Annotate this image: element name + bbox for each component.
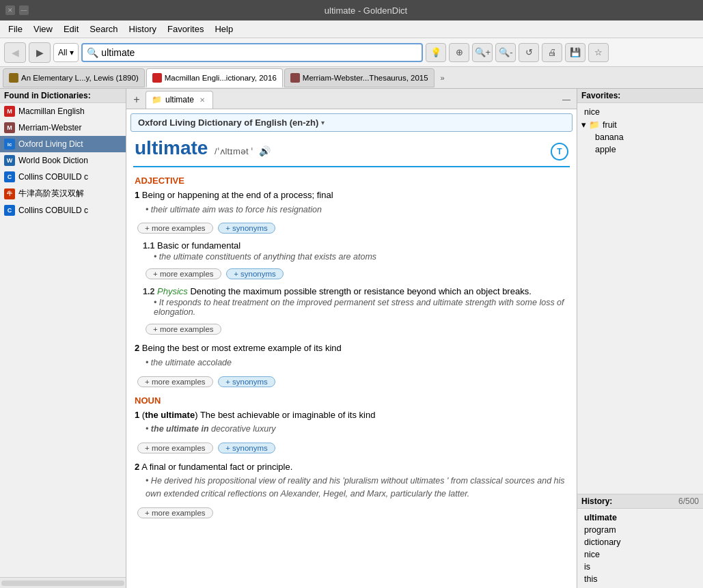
h-scroll-track	[1, 580, 124, 586]
fav-item-banana[interactable]: banana	[577, 131, 703, 143]
menu-favorites[interactable]: Favorites	[162, 23, 209, 36]
close-button[interactable]: ✕	[5, 5, 15, 15]
found-in-header: Found in Dictionaries:	[0, 89, 126, 103]
favorites-list: nice ▾ 📁 fruit banana apple	[577, 103, 703, 494]
def-num-2: 2	[135, 343, 139, 353]
word-tab-folder-icon: 📁	[152, 95, 162, 104]
subsection-1-1-btns: + more examples + synonyms	[126, 266, 577, 285]
history-item-4[interactable]: is	[577, 561, 703, 573]
subsection-example-1-2: It responds to heat treatment on the imp…	[154, 298, 568, 317]
dict-list-item-1[interactable]: M Merriam-Webster	[0, 120, 126, 136]
def-text-1: Being or happening at the end of a proce…	[142, 190, 333, 200]
dict-list-item-6[interactable]: C Collins COBUILD c	[0, 202, 126, 219]
dict-list: M Macmillan English M Merriam-Webster ic…	[0, 103, 126, 577]
def-2-btns: + more examples + synonyms	[126, 374, 577, 393]
noun-def-2-btns: + more examples	[126, 505, 577, 524]
history-count: 6/500	[678, 496, 699, 506]
history-item-5[interactable]: this	[577, 573, 703, 585]
def-1: 1 Being or happening at the end of a pro…	[126, 187, 577, 220]
more-examples-btn-1-2[interactable]: + more examples	[146, 324, 221, 335]
dict-list-item-5[interactable]: 牛 牛津高阶英汉双解	[0, 185, 126, 202]
word-phonetic: /ˈʌltɪmət	[215, 146, 249, 156]
more-examples-btn-1-1[interactable]: + more examples	[146, 268, 221, 279]
left-panel-scrollbar[interactable]	[0, 577, 126, 588]
fav-folder-label: fruit	[603, 120, 617, 130]
zoom-reset-button[interactable]: ↺	[519, 43, 539, 62]
menubar: File View Edit Search History Favorites …	[0, 20, 703, 38]
bulb-button[interactable]: 💡	[426, 43, 446, 62]
synonyms-btn-n1[interactable]: + synonyms	[218, 443, 275, 453]
dict-tab-1[interactable]: Macmillan Engli...ictionary, 2016	[146, 68, 283, 87]
noun-def-num-1: 1	[135, 410, 139, 420]
menu-search[interactable]: Search	[84, 23, 123, 36]
subsection-1-2: 1.2 Physics Denoting the maximum possibl…	[126, 285, 577, 321]
main-layout: Found in Dictionaries: M Macmillan Engli…	[0, 89, 703, 588]
dict-source-name: Oxford Living Dictionary of English (en-…	[138, 117, 318, 128]
panel-minimize-button[interactable]: —	[559, 92, 574, 107]
word-tab-ultimate[interactable]: 📁 ultimate ✕	[146, 91, 213, 109]
dict-tab-label-1: Macmillan Engli...ictionary, 2016	[165, 74, 277, 82]
dict-list-label-4: Collins COBUILD c	[18, 172, 88, 182]
menu-view[interactable]: View	[28, 23, 58, 36]
save-button[interactable]: 💾	[565, 43, 585, 62]
physics-label: Physics	[157, 286, 188, 296]
dict-list-label-1: Merriam-Webster	[18, 123, 81, 132]
more-examples-btn-n2[interactable]: + more examples	[137, 507, 213, 518]
history-item-3[interactable]: nice	[577, 548, 703, 561]
left-panel: Found in Dictionaries: M Macmillan Engli…	[0, 89, 126, 588]
menu-help[interactable]: Help	[209, 23, 238, 36]
subsection-text-1-1: Basic or fundamental	[157, 240, 240, 251]
dict-tabs-row: An Elementary L...y, Lewis (1890) Macmil…	[0, 67, 703, 89]
dict-source-header[interactable]: Oxford Living Dictionary of English (en-…	[130, 113, 573, 132]
word-tab-close-button[interactable]: ✕	[197, 95, 207, 104]
more-examples-btn-2[interactable]: + more examples	[137, 376, 213, 387]
zoom-in-button[interactable]: 🔍+	[472, 43, 493, 62]
dict-list-item-3[interactable]: W World Book Diction	[0, 152, 126, 169]
fav-item-apple[interactable]: apple	[577, 143, 703, 156]
favorites-button[interactable]: ☆	[588, 43, 609, 62]
all-label: All	[58, 48, 67, 57]
menu-file[interactable]: File	[3, 23, 28, 36]
dict-tab-0[interactable]: An Elementary L...y, Lewis (1890)	[3, 68, 145, 87]
dict-list-item-4[interactable]: C Collins COBUILD c	[0, 169, 126, 185]
more-examples-btn-n1[interactable]: + more examples	[137, 443, 213, 453]
dict-list-icon-2: ic	[4, 139, 15, 150]
dictionary-selector[interactable]: All ▾	[53, 43, 79, 62]
more-examples-btn-1[interactable]: + more examples	[137, 223, 213, 234]
pos-noun: NOUN	[126, 393, 577, 407]
dict-list-item-2[interactable]: ic Oxford Living Dict	[0, 136, 126, 152]
search-input[interactable]	[101, 47, 417, 58]
menu-edit[interactable]: Edit	[58, 23, 84, 36]
fav-item-nice[interactable]: nice	[577, 106, 703, 118]
history-item-2[interactable]: dictionary	[577, 536, 703, 548]
zoom-out-button[interactable]: 🔍-	[495, 43, 516, 62]
translate-button[interactable]: T	[551, 143, 568, 160]
dict-tab-2[interactable]: Merriam-Webster...Thesaurus, 2015	[284, 68, 435, 87]
right-panel: Favorites: nice ▾ 📁 fruit banana apple H…	[577, 89, 703, 588]
search-icon: 🔍	[87, 47, 98, 58]
def-1-btns: + more examples + synonyms	[126, 220, 577, 239]
dict-list-item-0[interactable]: M Macmillan English	[0, 103, 126, 120]
window-controls[interactable]: ✕ —	[5, 5, 29, 15]
history-item-1[interactable]: program	[577, 524, 703, 536]
history-item-0[interactable]: ultimate	[577, 512, 703, 524]
synonyms-btn-1-1[interactable]: + synonyms	[226, 268, 284, 279]
menu-history[interactable]: History	[124, 23, 162, 36]
subsection-example-1-1: the ultimate constituents of anything th…	[154, 252, 568, 262]
fav-folder-fruit[interactable]: ▾ 📁 fruit	[577, 118, 703, 131]
noun-def-num-2: 2	[135, 462, 139, 472]
def-num-1: 1	[135, 190, 139, 200]
dict-tab-label-0: An Elementary L...y, Lewis (1890)	[21, 74, 139, 82]
noun-def-1: 1 (the ultimate) The best achievable or …	[126, 407, 577, 440]
print-button[interactable]: 🖨	[542, 43, 562, 62]
more-tabs-button[interactable]: »	[436, 70, 450, 86]
synonyms-btn-2[interactable]: + synonyms	[218, 376, 275, 387]
search-box[interactable]: 🔍	[81, 43, 423, 62]
new-tab-button[interactable]: +	[129, 92, 144, 107]
minimize-button[interactable]: —	[19, 5, 29, 15]
scan-button[interactable]: ⊕	[449, 43, 469, 62]
speaker-icon[interactable]: 🔊	[259, 145, 271, 156]
forward-button[interactable]: ▶	[29, 42, 51, 63]
synonyms-btn-1[interactable]: + synonyms	[218, 223, 275, 234]
back-button[interactable]: ◀	[4, 42, 26, 63]
